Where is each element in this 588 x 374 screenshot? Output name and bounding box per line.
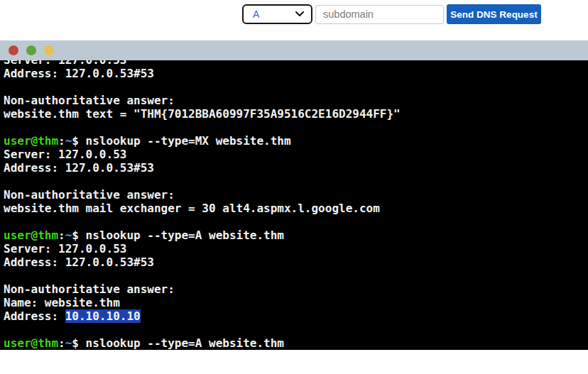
terminal-text-segment: user@thm (4, 336, 58, 350)
terminal-line: Server: 127.0.0.53 (4, 242, 588, 255)
terminal-line (4, 215, 588, 229)
terminal-text-segment: : (58, 336, 65, 350)
dns-request-form: A Send DNS Request (0, 0, 588, 40)
terminal-text-segment: Non-authoritative answer: (4, 282, 175, 296)
terminal-text-segment: Server: 127.0.0.53 (4, 60, 126, 67)
terminal-text-segment: Non-authoritative answer: (4, 94, 175, 107)
terminal-output: Server: 127.0.0.53Address: 127.0.0.53#53… (0, 60, 588, 350)
terminal-line (4, 121, 588, 134)
highlighted-ip-address: 10.10.10.10 (65, 309, 141, 323)
subdomain-input[interactable] (315, 5, 444, 24)
terminal-text-segment: Server: 127.0.0.53 (4, 148, 126, 161)
terminal-text-segment: Server: 127.0.0.53 (4, 242, 126, 255)
terminal-text-segment: Non-authoritative answer: (4, 188, 175, 202)
terminal-line: website.thm mail exchanger = 30 alt4.asp… (4, 202, 588, 215)
terminal-text-segment: website.thm text = "THM{7012BBA60997F35A… (4, 107, 401, 121)
minimize-button[interactable] (26, 45, 36, 55)
terminal-line: Server: 127.0.0.53 (4, 60, 588, 67)
terminal-text-segment: : (58, 134, 65, 148)
terminal-text-segment: $ nslookup --type=MX website.thm (72, 134, 290, 148)
terminal-text-segment: : (58, 229, 65, 242)
terminal-line: user@thm:~$ nslookup --type=A website.th… (4, 229, 588, 242)
terminal-line: user@thm:~$ nslookup --type=A website.th… (4, 336, 588, 350)
dns-form-controls: A Send DNS Request (242, 4, 541, 24)
terminal-text-segment: website.thm mail exchanger = 30 alt4.asp… (4, 202, 380, 215)
terminal-text-segment: $ nslookup --type=A website.thm (72, 336, 284, 350)
record-type-select[interactable]: A (242, 4, 312, 24)
terminal-text-segment: ~ (65, 336, 72, 350)
terminal-line: website.thm text = "THM{7012BBA60997F35A… (4, 107, 588, 121)
terminal-line: Address: 127.0.0.53#53 (4, 67, 588, 80)
close-button[interactable] (9, 45, 18, 55)
terminal-titlebar (0, 40, 588, 60)
chevron-down-icon (295, 11, 304, 17)
terminal-line (4, 175, 588, 188)
maximize-button[interactable] (44, 45, 54, 55)
send-dns-request-button[interactable]: Send DNS Request (447, 4, 541, 24)
terminal-text-segment: Name: website.thm (4, 296, 120, 309)
terminal-text-segment: Address: 127.0.0.53#53 (4, 67, 154, 80)
terminal-line: Address: 127.0.0.53#53 (4, 255, 588, 269)
terminal-line: Name: website.thm (4, 296, 588, 309)
terminal-text-segment: ~ (65, 229, 72, 242)
terminal-line: Non-authoritative answer: (4, 94, 588, 107)
terminal-line: Non-authoritative answer: (4, 282, 588, 296)
terminal-line: user@thm:~$ nslookup --type=MX website.t… (4, 134, 588, 148)
terminal-text-segment: Address: 127.0.0.53#53 (4, 161, 154, 175)
terminal-line: Server: 127.0.0.53 (4, 148, 588, 161)
terminal-line: Non-authoritative answer: (4, 188, 588, 202)
page: A Send DNS Request Server: 127.0.0.53Add… (0, 0, 588, 350)
terminal-line (4, 80, 588, 94)
terminal-text-segment: $ nslookup --type=A website.thm (72, 229, 284, 242)
terminal-text-segment: user@thm (4, 229, 58, 242)
terminal-text-segment: user@thm (4, 134, 58, 148)
terminal-text-segment: ~ (65, 134, 72, 148)
terminal-line (4, 323, 588, 336)
terminal-text-segment: Address: (4, 309, 65, 323)
terminal-window: Server: 127.0.0.53Address: 127.0.0.53#53… (0, 40, 588, 350)
terminal-line (4, 269, 588, 282)
terminal-line: Address: 127.0.0.53#53 (4, 161, 588, 175)
record-type-selected-value: A (253, 9, 259, 20)
terminal-text-segment: Address: 127.0.0.53#53 (4, 255, 154, 269)
terminal-line: Address: 10.10.10.10 (4, 309, 588, 323)
